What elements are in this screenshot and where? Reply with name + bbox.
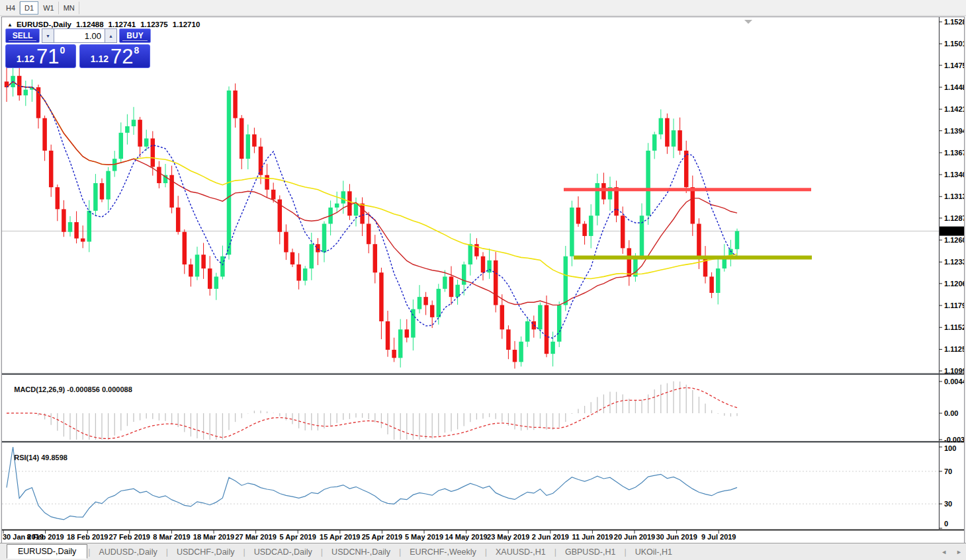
timeframe-button-mn[interactable]: MN — [59, 1, 79, 15]
shift-end-marker-icon[interactable] — [744, 20, 752, 24]
tab-audusd-daily[interactable]: AUDUSD-,Daily — [91, 545, 165, 559]
candle — [398, 329, 403, 358]
candle — [252, 134, 257, 146]
chart-title: ▲ EURUSD-,Daily 1.12488 1.12741 1.12375 … — [7, 20, 200, 29]
symbol-period-label: EURUSD-,Daily — [17, 20, 71, 28]
candle — [570, 208, 574, 257]
tab-gbpusd-h1[interactable]: GBPUSD-,H1 — [557, 545, 623, 559]
tab-eurusd-daily[interactable]: EURUSD-,Daily — [7, 544, 87, 559]
candle — [246, 134, 251, 159]
tab-separator: | — [399, 547, 401, 557]
candle — [691, 187, 695, 223]
volume-increase-button[interactable]: ▲ — [105, 28, 117, 43]
candle — [582, 223, 587, 235]
candle — [208, 268, 212, 289]
candle — [62, 209, 66, 231]
tab-usdcnh-daily[interactable]: USDCNH-,Daily — [324, 545, 398, 559]
tab-separator: | — [485, 547, 487, 557]
buy-price-big: 72 — [110, 48, 133, 65]
candle — [195, 255, 200, 276]
candle — [423, 297, 428, 305]
candle — [303, 268, 308, 280]
candle — [500, 305, 505, 329]
candle — [74, 222, 79, 239]
candle — [716, 268, 721, 293]
candle — [24, 90, 28, 96]
candle — [550, 342, 555, 354]
candle — [341, 191, 346, 203]
candle — [417, 297, 422, 309]
tab-usdchf-daily[interactable]: USDCHF-,Daily — [169, 545, 243, 559]
date-axis-label: 8 Mar 2019 — [153, 533, 190, 541]
candle — [665, 118, 670, 147]
ma-fast-line — [7, 81, 737, 338]
candle — [138, 120, 142, 147]
buy-price-prefix: 1.12 — [91, 54, 109, 63]
candle — [405, 329, 410, 337]
chart-tab-bar: EURUSD-,Daily|AUDUSD-,Daily|USDCHF-,Dail… — [0, 543, 966, 560]
candles — [5, 55, 740, 369]
tab-ukoil-h1[interactable]: UKOil-,H1 — [627, 545, 680, 559]
candle — [144, 138, 149, 146]
candle — [189, 264, 193, 276]
tab-separator: | — [321, 547, 323, 557]
candle — [93, 183, 98, 211]
sell-price-prefix: 1.12 — [17, 54, 34, 63]
price-axis-label: 1.11795 — [944, 301, 964, 309]
rsi-axis-label: 30 — [944, 500, 952, 508]
candle — [347, 191, 352, 216]
chart-plot-area[interactable]: 1.152851.150151.147501.144801.142101.139… — [2, 17, 964, 543]
candle — [481, 257, 486, 273]
rsi-value: 49.8598 — [41, 454, 67, 461]
macd-axis-label: 0.00 — [944, 409, 958, 417]
sell-button[interactable]: SELL — [5, 28, 40, 43]
sell-price-box[interactable]: 1.12 71 0 — [5, 44, 76, 68]
date-axis-label: 18 Feb 2019 — [67, 533, 108, 541]
candle — [176, 208, 181, 232]
tab-xauusd-h1[interactable]: XAUUSD-,H1 — [488, 545, 554, 559]
candle — [621, 216, 625, 248]
volume-decrease-button[interactable]: ▼ — [42, 28, 54, 43]
panel-separator[interactable] — [2, 374, 964, 375]
timeframe-button-w1[interactable]: W1 — [38, 1, 59, 15]
candle — [100, 183, 105, 200]
candle — [614, 187, 619, 216]
date-axis-label: 11 Jun 2019 — [572, 533, 613, 541]
panel-separator[interactable] — [2, 441, 964, 442]
candle — [335, 204, 339, 208]
volume-input[interactable]: 1.00 — [54, 28, 105, 43]
candle — [449, 276, 454, 297]
tab-separator: | — [243, 547, 245, 557]
candle — [386, 321, 390, 350]
tab-scroll-right-icon[interactable]: ► — [956, 549, 962, 555]
candle — [240, 118, 244, 159]
date-axis-label: 27 Feb 2019 — [109, 533, 150, 541]
price-axis-label: 1.15015 — [944, 40, 964, 48]
candle — [672, 130, 676, 147]
candle — [360, 204, 365, 224]
timeframe-button-d1[interactable]: D1 — [20, 1, 38, 15]
chevron-down-icon: ▼ — [46, 34, 50, 38]
candle — [151, 138, 155, 167]
price-axis-label: 1.14750 — [944, 61, 964, 69]
one-click-trading-panel: SELL ▼ 1.00 ▲ BUY 1.12 71 0 1.12 72 8 — [5, 28, 152, 68]
tab-eurchf-weekly[interactable]: EURCHF-,Weekly — [402, 545, 484, 559]
current-price-badge-text: 1.12710 — [941, 227, 964, 235]
collapse-triangle-icon[interactable]: ▲ — [7, 22, 13, 28]
price-axis-label: 1.12870 — [944, 214, 964, 222]
price-axis-label: 1.12065 — [944, 280, 964, 288]
date-axis-label: 20 Jun 2019 — [614, 533, 655, 541]
candle — [56, 187, 60, 209]
candle — [468, 244, 473, 264]
timeframe-button-h4[interactable]: H4 — [1, 1, 20, 15]
tab-usdcad-daily[interactable]: USDCAD-,Daily — [246, 545, 320, 559]
buy-price-box[interactable]: 1.12 72 8 — [79, 44, 150, 68]
price-axis-label: 1.14210 — [944, 105, 964, 113]
date-axis-label: 14 May 2019 — [445, 533, 487, 541]
buy-button[interactable]: BUY — [119, 28, 151, 43]
sell-price-big: 71 — [36, 48, 59, 65]
candle — [640, 216, 644, 256]
candle — [271, 190, 276, 200]
tab-scroll-left-icon[interactable]: ◄ — [941, 549, 947, 555]
price-axis-label: 1.10990 — [944, 367, 964, 375]
